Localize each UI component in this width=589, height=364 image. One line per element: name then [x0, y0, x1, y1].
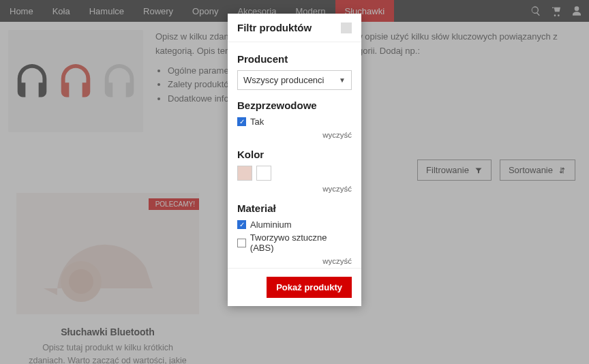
- chevron-down-icon: ▼: [339, 76, 346, 84]
- apply-filters-button[interactable]: Pokaż produkty: [267, 277, 352, 298]
- filter-dialog: Filtr produktów Producent Wszyscy produc…: [228, 14, 361, 306]
- close-icon[interactable]: [341, 22, 352, 33]
- color-clear[interactable]: wyczyść: [237, 185, 352, 193]
- material-abs-label: Tworzywo sztuczne (ABS): [250, 232, 352, 253]
- section-material: Materiał: [237, 202, 352, 214]
- material-clear[interactable]: wyczyść: [237, 257, 352, 265]
- modal-backdrop[interactable]: Filtr produktów Producent Wszyscy produc…: [0, 0, 589, 364]
- material-aluminium-checkbox[interactable]: ✓: [237, 220, 246, 229]
- color-swatch-white[interactable]: [256, 166, 271, 181]
- material-abs-checkbox[interactable]: [237, 239, 246, 247]
- filter-dialog-title: Filtr produktów: [237, 22, 312, 33]
- section-color: Kolor: [237, 149, 352, 160]
- section-wireless: Bezprzewodowe: [237, 100, 352, 111]
- producer-selected-value: Wszyscy producenci: [243, 75, 324, 85]
- wireless-clear[interactable]: wyczyść: [237, 131, 352, 139]
- wireless-yes-checkbox[interactable]: ✓: [237, 117, 246, 126]
- material-aluminium-label: Aluminium: [250, 219, 292, 230]
- section-producer: Producent: [237, 53, 352, 65]
- color-swatch-rose[interactable]: [237, 166, 252, 181]
- producer-select[interactable]: Wszyscy producenci ▼: [237, 70, 352, 90]
- wireless-yes-label: Tak: [250, 117, 264, 127]
